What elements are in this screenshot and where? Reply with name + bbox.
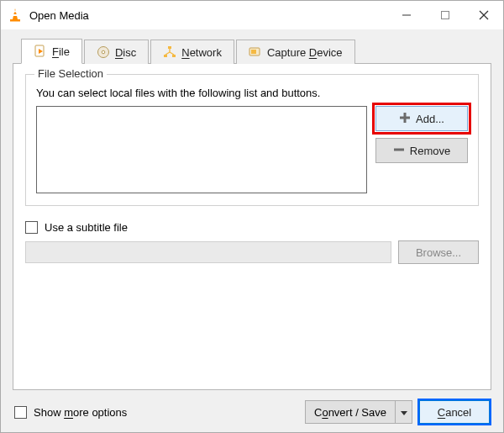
plus-icon xyxy=(399,112,411,126)
svg-marker-23 xyxy=(401,411,407,415)
file-icon xyxy=(34,45,47,58)
svg-line-17 xyxy=(170,52,174,55)
file-selection-row: Add... Remove xyxy=(36,106,468,193)
tab-label: Network xyxy=(181,46,222,59)
browse-subtitle-button[interactable]: Browse... xyxy=(398,240,479,264)
tab-label: Capture Device xyxy=(267,46,343,59)
remove-button[interactable]: Remove xyxy=(375,138,468,163)
maximize-button[interactable] xyxy=(426,1,465,29)
cancel-button[interactable]: Cancel xyxy=(419,400,490,424)
show-more-options-checkbox[interactable] xyxy=(14,406,27,419)
capture-device-icon xyxy=(249,45,262,59)
footer: Show more options Convert / Save Cancel xyxy=(1,397,503,432)
tab-panel-file: File Selection You can select local file… xyxy=(13,63,491,390)
svg-marker-0 xyxy=(13,8,18,19)
use-subtitle-checkbox[interactable] xyxy=(25,221,38,234)
svg-rect-13 xyxy=(164,55,167,57)
svg-point-11 xyxy=(102,50,105,54)
svg-line-16 xyxy=(165,52,170,55)
tab-file[interactable]: File xyxy=(21,39,82,64)
svg-rect-19 xyxy=(251,50,256,54)
svg-rect-14 xyxy=(172,55,176,57)
minimize-button[interactable] xyxy=(387,1,426,29)
subtitle-section: Use a subtitle file Browse... xyxy=(25,218,479,264)
tab-network[interactable]: Network xyxy=(150,40,234,64)
button-label: Convert / Save xyxy=(314,406,386,419)
convert-save-dropdown-arrow[interactable] xyxy=(396,400,412,424)
file-selection-buttons: Add... Remove xyxy=(375,106,468,193)
window-title: Open Media xyxy=(29,9,89,22)
show-more-options-label: Show more options xyxy=(34,406,127,419)
tab-capture-device[interactable]: Capture Device xyxy=(236,40,355,64)
convert-save-button[interactable]: Convert / Save xyxy=(305,400,396,424)
use-subtitle-label: Use a subtitle file xyxy=(45,221,128,234)
disc-icon xyxy=(97,45,110,59)
titlebar: Open Media xyxy=(1,1,503,29)
button-label: Add... xyxy=(416,113,444,125)
open-media-window: Open Media File Disc Network Capture Dev… xyxy=(0,0,504,433)
close-button[interactable] xyxy=(465,1,503,29)
add-button[interactable]: Add... xyxy=(375,106,468,131)
file-selection-instruction: You can select local files with the foll… xyxy=(36,87,468,99)
button-label: Remove xyxy=(410,145,450,157)
tab-label: Disc xyxy=(115,46,136,59)
svg-rect-1 xyxy=(13,11,17,13)
network-icon xyxy=(163,45,176,59)
client-area: File Disc Network Capture Device File Se… xyxy=(1,29,503,397)
button-label: Cancel xyxy=(438,406,471,419)
subtitle-path-input[interactable] xyxy=(25,241,391,263)
file-selection-group: File Selection You can select local file… xyxy=(25,74,479,206)
tab-disc[interactable]: Disc xyxy=(84,40,149,64)
file-list[interactable] xyxy=(36,106,367,193)
tab-label: File xyxy=(52,45,70,58)
subtitle-path-row: Browse... xyxy=(25,240,479,264)
svg-rect-5 xyxy=(442,12,449,19)
svg-rect-3 xyxy=(10,19,20,22)
vlc-logo-icon xyxy=(8,8,23,23)
button-label: Browse... xyxy=(416,246,461,259)
svg-rect-2 xyxy=(13,14,17,16)
svg-rect-12 xyxy=(168,46,171,49)
chevron-down-icon xyxy=(401,406,407,419)
minus-icon xyxy=(393,144,405,158)
subtitle-checkbox-row: Use a subtitle file xyxy=(25,221,479,234)
convert-save-split-button[interactable]: Convert / Save xyxy=(305,400,412,424)
group-legend: File Selection xyxy=(34,67,107,80)
tab-strip: File Disc Network Capture Device xyxy=(13,38,491,63)
